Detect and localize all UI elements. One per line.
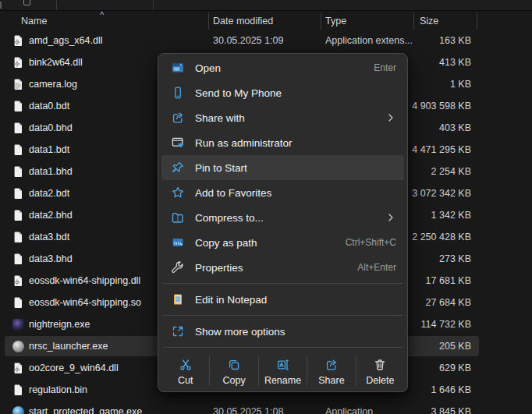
file-name[interactable]: data2.bhd bbox=[29, 210, 73, 221]
menu-item-show-more-options[interactable]: Show more options bbox=[161, 319, 404, 344]
file-file-icon bbox=[12, 122, 24, 134]
dll-file-icon bbox=[12, 56, 24, 69]
rename-button[interactable]: Rename bbox=[259, 351, 307, 391]
column-divider[interactable] bbox=[321, 12, 321, 30]
file-date-modified: 30.05.2025 1:08 bbox=[213, 406, 283, 414]
menu-item-shortcut: Alt+Enter bbox=[357, 262, 396, 273]
file-name[interactable]: nrsc_launcher.exe bbox=[29, 341, 108, 352]
menu-item-label: Open bbox=[195, 62, 364, 74]
quick-action-label: Copy bbox=[223, 375, 246, 386]
share-icon bbox=[324, 357, 339, 373]
file-name[interactable]: start_protected_game.exe bbox=[29, 406, 142, 414]
file-size: 3 845 KB bbox=[354, 406, 471, 414]
column-divider[interactable] bbox=[208, 12, 209, 30]
cut-icon bbox=[178, 357, 193, 373]
file-name[interactable]: nightreign.exe bbox=[29, 319, 90, 330]
chevron-right-icon bbox=[385, 112, 396, 123]
dll-file-icon bbox=[12, 34, 24, 47]
menu-item-label: Show more options bbox=[195, 326, 396, 338]
exe-dark-file-icon bbox=[12, 318, 24, 331]
menu-item-edit-in-notepad[interactable]: Edit in Notepad bbox=[161, 287, 404, 312]
file-name[interactable]: data1.bdt bbox=[29, 144, 69, 155]
copypath-icon bbox=[171, 235, 185, 249]
admin-icon bbox=[171, 136, 185, 150]
column-divider[interactable] bbox=[477, 12, 477, 30]
menu-divider bbox=[163, 347, 403, 348]
file-file-icon bbox=[12, 165, 24, 178]
dll-file-icon bbox=[12, 274, 24, 287]
quick-action-label: Delete bbox=[366, 375, 394, 386]
file-name[interactable]: eossdk-win64-shipping.so bbox=[29, 297, 141, 308]
menu-item-label: Copy as path bbox=[195, 237, 335, 249]
copy-button[interactable]: Copy bbox=[210, 351, 257, 391]
menu-item-label: Compress to... bbox=[195, 212, 375, 224]
file-date-modified: 30.05.2025 1:09 bbox=[213, 35, 283, 46]
file-file-icon bbox=[12, 187, 24, 200]
phone-icon bbox=[171, 86, 185, 100]
file-name[interactable]: regulation.bin bbox=[29, 384, 87, 395]
file-name[interactable]: data2.bdt bbox=[29, 188, 69, 199]
menu-item-label: Send to My Phone bbox=[195, 87, 396, 99]
file-name[interactable]: data1.bhd bbox=[29, 166, 73, 177]
menu-item-compress-to[interactable]: Compress to... bbox=[161, 205, 404, 230]
file-row[interactable]: amd_ags_x64.dll30.05.2025 1:09Applicatio… bbox=[0, 30, 532, 51]
menu-item-open[interactable]: OpenEnter bbox=[161, 55, 404, 80]
menu-item-properties[interactable]: PropertiesAlt+Enter bbox=[161, 255, 404, 280]
file-file-icon bbox=[12, 384, 24, 396]
file-name[interactable]: amd_ags_x64.dll bbox=[29, 35, 103, 46]
menu-item-pin-to-start[interactable]: Pin to Start bbox=[161, 155, 404, 180]
quick-actions-row: CutCopyRenameShareDelete bbox=[161, 351, 404, 391]
file-size: 163 KB bbox=[354, 35, 471, 46]
toolbar-icon-fragment bbox=[23, 0, 30, 5]
quick-action-label: Rename bbox=[264, 375, 301, 386]
file-name[interactable]: oo2core_9_win64.dll bbox=[29, 363, 119, 373]
share-icon bbox=[171, 111, 185, 125]
file-name[interactable]: data3.bdt bbox=[29, 232, 69, 242]
file-name[interactable]: bink2w64.dll bbox=[29, 57, 83, 68]
file-name[interactable]: camera.log bbox=[29, 79, 77, 90]
cut-button[interactable]: Cut bbox=[161, 351, 209, 391]
command-bar-sliver bbox=[0, 0, 532, 11]
open-icon bbox=[171, 61, 185, 75]
share-button[interactable]: Share bbox=[307, 351, 355, 391]
star-icon bbox=[171, 186, 185, 200]
wrench-icon bbox=[171, 260, 185, 274]
dll-file-icon bbox=[12, 362, 24, 374]
column-header-date-modified[interactable]: Date modified bbox=[213, 16, 273, 27]
column-header-type[interactable]: Type bbox=[325, 16, 346, 27]
column-divider[interactable] bbox=[413, 12, 414, 30]
column-header-size[interactable]: Size bbox=[420, 16, 438, 27]
file-name[interactable]: data3.bhd bbox=[29, 253, 73, 264]
menu-item-send-to-my-phone[interactable]: Send to My Phone bbox=[161, 80, 404, 105]
column-header-name[interactable]: Name bbox=[21, 16, 47, 27]
chevron-right-icon bbox=[385, 212, 396, 223]
file-file-icon bbox=[12, 209, 24, 221]
file-file-icon bbox=[12, 296, 24, 309]
delete-icon bbox=[372, 357, 388, 373]
file-file-icon bbox=[12, 143, 24, 156]
exe-blue-file-icon bbox=[12, 405, 24, 414]
menu-item-label: Edit in Notepad bbox=[195, 294, 396, 306]
menu-item-share-with[interactable]: Share with bbox=[161, 105, 404, 130]
compress-icon bbox=[171, 211, 185, 225]
pin-icon bbox=[171, 161, 185, 175]
menu-divider bbox=[163, 283, 403, 284]
menu-item-shortcut: Ctrl+Shift+C bbox=[346, 237, 396, 248]
rename-icon bbox=[275, 357, 291, 373]
sort-ascending-icon: ^ bbox=[100, 10, 104, 19]
file-name[interactable]: data0.bdt bbox=[29, 101, 69, 111]
menu-divider bbox=[163, 315, 403, 316]
quick-action-label: Cut bbox=[178, 375, 193, 386]
column-header-row: ^ Name Date modified Type Size bbox=[0, 11, 532, 30]
file-file-icon bbox=[12, 231, 24, 243]
menu-item-copy-as-path[interactable]: Copy as pathCtrl+Shift+C bbox=[161, 230, 404, 255]
delete-button[interactable]: Delete bbox=[356, 351, 404, 391]
menu-item-run-as-administrator[interactable]: Run as administrator bbox=[161, 130, 404, 155]
menu-item-add-to-favorites[interactable]: Add to Favorites bbox=[161, 180, 404, 205]
file-row[interactable]: start_protected_game.exe30.05.2025 1:08A… bbox=[0, 401, 532, 414]
file-name[interactable]: data0.bhd bbox=[29, 122, 73, 133]
file-file-icon bbox=[12, 253, 24, 265]
notepad-icon bbox=[171, 292, 185, 306]
menu-item-label: Run as administrator bbox=[195, 137, 396, 149]
file-name[interactable]: eossdk-win64-shipping.dll bbox=[29, 275, 140, 286]
